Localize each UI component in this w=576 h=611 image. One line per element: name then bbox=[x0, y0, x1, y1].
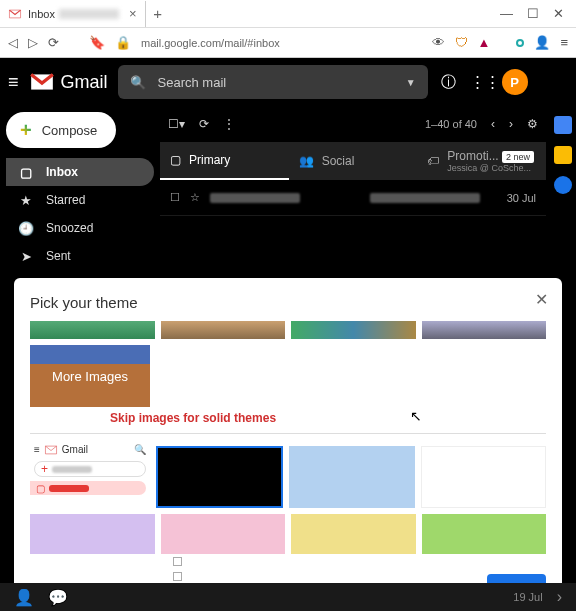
social-icon: 👥 bbox=[299, 154, 314, 168]
more-images-button[interactable]: More Images bbox=[30, 345, 150, 407]
content-area: ☐▾ ⟳ ⋮ 1–40 of 40 ‹ › ⚙ ▢ Primary 👥 Soci… bbox=[160, 106, 576, 276]
tab-social[interactable]: 👥 Social bbox=[289, 142, 418, 180]
lock-icon: 🔒 bbox=[115, 35, 131, 50]
row-star-icon[interactable]: ☆ bbox=[190, 191, 200, 204]
keep-icon[interactable] bbox=[554, 146, 572, 164]
minimize-icon[interactable]: — bbox=[500, 6, 513, 21]
calendar-icon[interactable] bbox=[554, 116, 572, 134]
subject-blur bbox=[370, 193, 480, 203]
close-window-icon[interactable]: ✕ bbox=[553, 6, 564, 21]
theme-preview-row: ≡ Gmail 🔍 + ▢ bbox=[30, 442, 546, 508]
color-swatch-white[interactable] bbox=[421, 446, 546, 508]
apps-grid-icon[interactable]: ⋮⋮⋮ bbox=[470, 73, 492, 91]
theme-thumb[interactable] bbox=[30, 321, 155, 339]
bottom-bar: 👤 💬 19 Jul › bbox=[0, 583, 576, 611]
primary-icon: ▢ bbox=[170, 153, 181, 167]
tab-promotions[interactable]: 🏷 Promoti... 2 new Jessica @ CoSche... bbox=[417, 142, 546, 180]
email-row[interactable]: ☐ ☆ 30 Jul bbox=[160, 180, 546, 216]
eye-icon[interactable]: 👁 bbox=[432, 35, 445, 50]
inbox-icon: ▢ bbox=[18, 165, 34, 180]
maximize-icon[interactable]: ☐ bbox=[527, 6, 539, 21]
color-swatch-green[interactable] bbox=[422, 514, 547, 554]
category-tabs: ▢ Primary 👥 Social 🏷 Promoti... 2 new Je… bbox=[160, 142, 546, 180]
gmail-header: ≡ Gmail 🔍 Search mail ▼ ⓘ ⋮⋮⋮ P bbox=[0, 58, 576, 106]
brave-icon[interactable]: ▲ bbox=[478, 35, 491, 50]
mini-checkbox bbox=[173, 572, 182, 581]
chat-icon[interactable]: 💬 bbox=[48, 588, 68, 607]
tab-primary[interactable]: ▢ Primary bbox=[160, 142, 289, 180]
color-swatch-lightblue[interactable] bbox=[289, 446, 416, 508]
tasks-icon[interactable] bbox=[554, 176, 572, 194]
sidebar-item-inbox[interactable]: ▢ Inbox bbox=[6, 158, 154, 186]
plus-icon: + bbox=[20, 119, 32, 142]
mini-inbox-icon: ▢ bbox=[36, 483, 45, 494]
address-bar: ◁ ▷ ⟳ 🔖 🔒 mail.google.com/mail/#inbox 👁 … bbox=[0, 28, 576, 58]
mini-search-icon: 🔍 bbox=[134, 444, 146, 455]
color-swatch-pink[interactable] bbox=[161, 514, 286, 554]
expand-icon[interactable]: › bbox=[557, 588, 562, 606]
profile-icon[interactable]: 👤 bbox=[534, 35, 550, 50]
shield-icon[interactable]: 🛡 bbox=[455, 35, 468, 50]
sent-icon: ➤ bbox=[18, 249, 34, 264]
avatar[interactable]: P bbox=[502, 69, 528, 95]
color-swatch-lavender[interactable] bbox=[30, 514, 155, 554]
sidebar-item-label: Starred bbox=[46, 193, 85, 207]
compose-label: Compose bbox=[42, 123, 98, 138]
mini-plus-icon: + bbox=[41, 462, 48, 476]
search-placeholder: Search mail bbox=[158, 75, 227, 90]
tab-label: Primary bbox=[189, 153, 230, 167]
browser-titlebar: Inbox × + — ☐ ✕ bbox=[0, 0, 576, 28]
theme-thumb[interactable] bbox=[161, 321, 286, 339]
select-checkbox[interactable]: ☐▾ bbox=[168, 117, 185, 131]
tab-close-icon[interactable]: × bbox=[129, 6, 137, 21]
skip-annotation: Skip images for solid themes bbox=[30, 411, 546, 425]
modal-title: Pick your theme bbox=[30, 294, 546, 311]
help-icon[interactable]: ⓘ bbox=[438, 73, 460, 92]
gmail-favicon-icon bbox=[8, 9, 22, 19]
settings-gear-icon[interactable]: ⚙ bbox=[527, 117, 538, 131]
nav-back-icon[interactable]: ◁ bbox=[8, 35, 18, 50]
gmail-logo[interactable]: Gmail bbox=[29, 72, 108, 93]
more-icon[interactable]: ⋮ bbox=[223, 117, 235, 131]
browser-tab[interactable]: Inbox × bbox=[0, 1, 146, 27]
theme-thumb[interactable] bbox=[291, 321, 416, 339]
tag-icon: 🏷 bbox=[427, 154, 439, 168]
refresh-icon[interactable]: ⟳ bbox=[199, 117, 209, 131]
theme-thumb[interactable] bbox=[422, 321, 547, 339]
sidebar: + Compose ▢ Inbox ★ Starred 🕘 Snoozed ➤ bbox=[0, 106, 160, 276]
color-swatch-black[interactable] bbox=[156, 446, 283, 508]
star-icon: ★ bbox=[18, 193, 34, 208]
gmail-brand-text: Gmail bbox=[61, 72, 108, 93]
next-page-icon[interactable]: › bbox=[509, 117, 513, 131]
nav-forward-icon[interactable]: ▷ bbox=[28, 35, 38, 50]
new-tab-button[interactable]: + bbox=[146, 5, 170, 22]
people-icon[interactable]: 👤 bbox=[14, 588, 34, 607]
mini-brand: Gmail bbox=[62, 444, 88, 455]
message-count: 1–40 of 40 bbox=[425, 118, 477, 130]
hamburger-icon[interactable]: ≡ bbox=[8, 72, 19, 93]
sidebar-item-starred[interactable]: ★ Starred bbox=[6, 186, 154, 214]
mini-red-blur bbox=[49, 485, 89, 492]
email-date: 30 Jul bbox=[507, 192, 536, 204]
row-checkbox[interactable]: ☐ bbox=[170, 191, 180, 204]
url-text[interactable]: mail.google.com/mail/#inbox bbox=[141, 37, 280, 49]
record-icon[interactable] bbox=[516, 39, 524, 47]
bookmark-icon[interactable]: 🔖 bbox=[89, 35, 105, 50]
chevron-down-icon[interactable]: ▼ bbox=[406, 77, 416, 88]
close-modal-icon[interactable]: ✕ bbox=[535, 290, 548, 309]
reload-icon[interactable]: ⟳ bbox=[48, 35, 59, 50]
search-icon: 🔍 bbox=[130, 75, 146, 90]
clock-icon: 🕘 bbox=[18, 221, 34, 236]
search-input[interactable]: 🔍 Search mail ▼ bbox=[118, 65, 428, 99]
menu-icon[interactable]: ≡ bbox=[560, 35, 568, 50]
sidebar-item-snoozed[interactable]: 🕘 Snoozed bbox=[6, 214, 154, 242]
compose-button[interactable]: + Compose bbox=[6, 112, 116, 148]
sidebar-item-label: Inbox bbox=[46, 165, 78, 179]
more-images-label: More Images bbox=[52, 369, 128, 384]
color-swatch-yellow[interactable] bbox=[291, 514, 416, 554]
sidebar-item-sent[interactable]: ➤ Sent bbox=[6, 242, 154, 270]
prev-page-icon[interactable]: ‹ bbox=[491, 117, 495, 131]
tab-sublabel: Jessica @ CoSche... bbox=[447, 163, 534, 173]
gmail-main: + Compose ▢ Inbox ★ Starred 🕘 Snoozed ➤ bbox=[0, 106, 576, 276]
mini-inbox-item: ▢ bbox=[30, 481, 146, 495]
